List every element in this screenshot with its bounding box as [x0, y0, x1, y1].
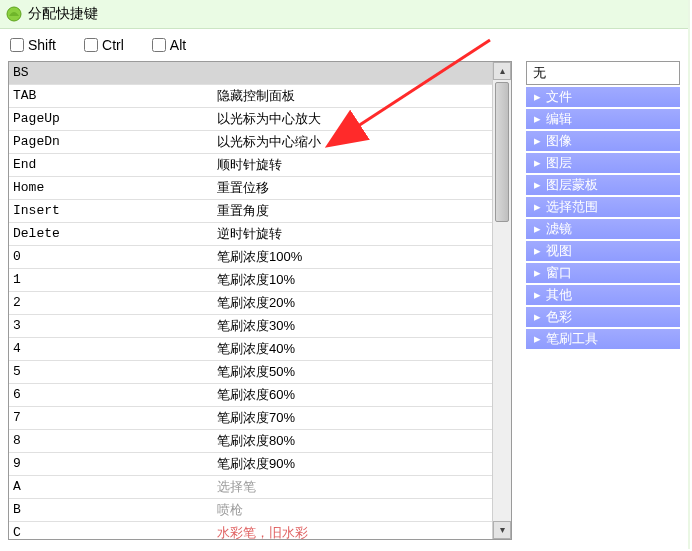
category-item[interactable]: ▸图像 [526, 131, 680, 151]
binding-action: 笔刷浓度70% [213, 407, 511, 429]
binding-row[interactable]: 1笔刷浓度10% [9, 269, 511, 292]
category-label: 笔刷工具 [544, 329, 676, 349]
ctrl-checkbox-label[interactable]: Ctrl [84, 37, 124, 53]
binding-key: PageDn [9, 131, 213, 153]
binding-row[interactable]: 8笔刷浓度80% [9, 430, 511, 453]
binding-key: 8 [9, 430, 213, 452]
binding-row[interactable]: 4笔刷浓度40% [9, 338, 511, 361]
category-label: 图层蒙板 [544, 175, 676, 195]
alt-label: Alt [170, 37, 186, 53]
main-area: BSTAB隐藏控制面板PageUp以光标为中心放大PageDn以光标为中心缩小E… [0, 61, 688, 548]
binding-row[interactable]: PageUp以光标为中心放大 [9, 108, 511, 131]
scrollbar[interactable]: ▴ ▾ [492, 62, 511, 539]
alt-checkbox[interactable] [152, 38, 166, 52]
category-item[interactable]: ▸选择范围 [526, 197, 680, 217]
chevron-right-icon: ▸ [530, 285, 544, 305]
category-label: 选择范围 [544, 197, 676, 217]
binding-row[interactable]: Delete逆时针旋转 [9, 223, 511, 246]
binding-row[interactable]: 2笔刷浓度20% [9, 292, 511, 315]
binding-row[interactable]: 7笔刷浓度70% [9, 407, 511, 430]
binding-action: 以光标为中心缩小 [213, 131, 511, 153]
category-item[interactable]: ▸视图 [526, 241, 680, 261]
binding-key: A [9, 476, 213, 498]
category-item[interactable]: ▸滤镜 [526, 219, 680, 239]
binding-row[interactable]: Home重置位移 [9, 177, 511, 200]
binding-row[interactable]: B喷枪 [9, 499, 511, 522]
category-label: 其他 [544, 285, 676, 305]
binding-key: 1 [9, 269, 213, 291]
binding-action: 顺时针旋转 [213, 154, 511, 176]
scroll-up-button[interactable]: ▴ [493, 62, 511, 80]
alt-checkbox-label[interactable]: Alt [152, 37, 186, 53]
binding-row[interactable]: PageDn以光标为中心缩小 [9, 131, 511, 154]
scroll-thumb[interactable] [495, 82, 509, 222]
binding-action: 选择笔 [213, 476, 511, 498]
category-item[interactable]: ▸文件 [526, 87, 680, 107]
modifier-row: Shift Ctrl Alt [0, 29, 688, 61]
category-label: 图层 [544, 153, 676, 173]
chevron-right-icon: ▸ [530, 197, 544, 217]
binding-action: 笔刷浓度40% [213, 338, 511, 360]
shift-checkbox[interactable] [10, 38, 24, 52]
binding-row[interactable]: 3笔刷浓度30% [9, 315, 511, 338]
binding-key: 2 [9, 292, 213, 314]
binding-action: 笔刷浓度30% [213, 315, 511, 337]
binding-action: 笔刷浓度90% [213, 453, 511, 475]
chevron-right-icon: ▸ [530, 307, 544, 327]
binding-row[interactable]: 9笔刷浓度90% [9, 453, 511, 476]
binding-action: 笔刷浓度50% [213, 361, 511, 383]
category-item[interactable]: ▸色彩 [526, 307, 680, 327]
category-item[interactable]: ▸编辑 [526, 109, 680, 129]
binding-key: 9 [9, 453, 213, 475]
binding-row[interactable]: C水彩笔，旧水彩 [9, 522, 511, 539]
binding-key: PageUp [9, 108, 213, 130]
shift-checkbox-label[interactable]: Shift [10, 37, 56, 53]
binding-action: 逆时针旋转 [213, 223, 511, 245]
chevron-right-icon: ▸ [530, 241, 544, 261]
category-label: 窗口 [544, 263, 676, 283]
binding-row[interactable]: A选择笔 [9, 476, 511, 499]
category-item[interactable]: ▸图层 [526, 153, 680, 173]
binding-action: 笔刷浓度60% [213, 384, 511, 406]
binding-action: 笔刷浓度20% [213, 292, 511, 314]
chevron-right-icon: ▸ [530, 263, 544, 283]
shift-label: Shift [28, 37, 56, 53]
binding-key: TAB [9, 85, 213, 107]
chevron-right-icon: ▸ [530, 87, 544, 107]
category-item[interactable]: ▸笔刷工具 [526, 329, 680, 349]
chevron-right-icon: ▸ [530, 175, 544, 195]
category-item[interactable]: ▸其他 [526, 285, 680, 305]
binding-row[interactable]: 6笔刷浓度60% [9, 384, 511, 407]
binding-key: 3 [9, 315, 213, 337]
binding-key: 4 [9, 338, 213, 360]
chevron-right-icon: ▸ [530, 109, 544, 129]
window-title: 分配快捷键 [28, 5, 98, 23]
binding-row[interactable]: 0笔刷浓度100% [9, 246, 511, 269]
binding-key: End [9, 154, 213, 176]
category-list: ▸文件▸编辑▸图像▸图层▸图层蒙板▸选择范围▸滤镜▸视图▸窗口▸其他▸色彩▸笔刷… [526, 87, 680, 349]
category-pane: 无 ▸文件▸编辑▸图像▸图层▸图层蒙板▸选择范围▸滤镜▸视图▸窗口▸其他▸色彩▸… [526, 61, 680, 540]
binding-key: 0 [9, 246, 213, 268]
keybinding-list: BSTAB隐藏控制面板PageUp以光标为中心放大PageDn以光标为中心缩小E… [8, 61, 512, 540]
binding-row[interactable]: Insert重置角度 [9, 200, 511, 223]
category-label: 视图 [544, 241, 676, 261]
ctrl-label: Ctrl [102, 37, 124, 53]
chevron-right-icon: ▸ [530, 131, 544, 151]
category-item[interactable]: ▸窗口 [526, 263, 680, 283]
binding-action: 笔刷浓度100% [213, 246, 511, 268]
app-icon [6, 6, 22, 22]
binding-key: Home [9, 177, 213, 199]
ctrl-checkbox[interactable] [84, 38, 98, 52]
category-item[interactable]: ▸图层蒙板 [526, 175, 680, 195]
binding-row[interactable]: 5笔刷浓度50% [9, 361, 511, 384]
category-label: 滤镜 [544, 219, 676, 239]
category-header: 无 [526, 61, 680, 85]
chevron-right-icon: ▸ [530, 153, 544, 173]
scroll-down-button[interactable]: ▾ [493, 521, 511, 539]
binding-row[interactable]: BS [9, 62, 511, 85]
binding-row[interactable]: TAB隐藏控制面板 [9, 85, 511, 108]
binding-key: 5 [9, 361, 213, 383]
binding-row[interactable]: End顺时针旋转 [9, 154, 511, 177]
category-label: 色彩 [544, 307, 676, 327]
binding-action: 重置位移 [213, 177, 511, 199]
